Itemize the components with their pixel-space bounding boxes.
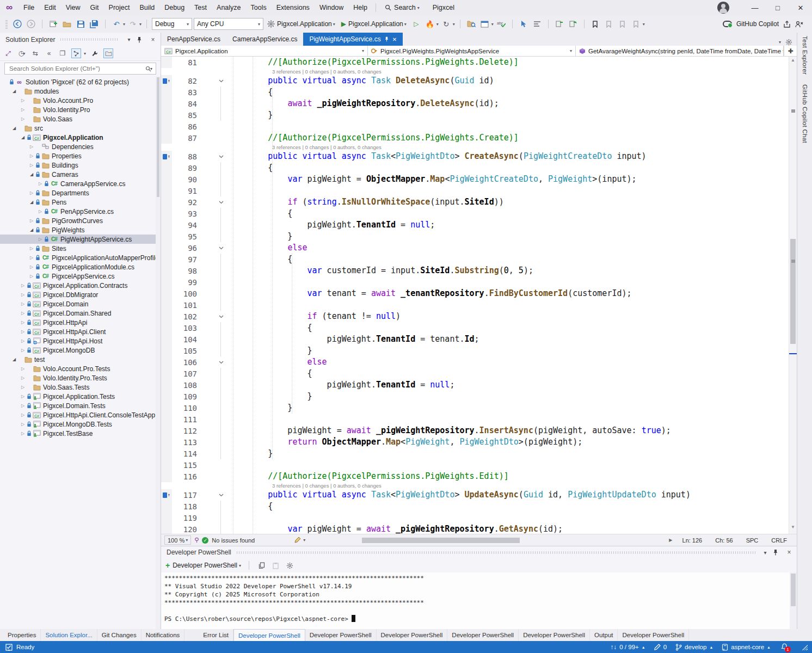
- code-line[interactable]: 105 }: [161, 345, 789, 356]
- collapse-arrow-icon[interactable]: ◢: [20, 135, 26, 140]
- column-indicator[interactable]: Ch: 56: [709, 537, 739, 544]
- menu-item-analyze[interactable]: Analyze: [212, 0, 245, 15]
- pin-icon[interactable]: [384, 36, 389, 42]
- tree-item[interactable]: ◢Cameras: [0, 170, 161, 179]
- expand-arrow-icon[interactable]: ▷: [28, 264, 35, 269]
- menu-item-window[interactable]: Window: [315, 0, 348, 15]
- pin-icon[interactable]: [137, 36, 145, 43]
- code-cleanup-icon[interactable]: [294, 537, 301, 544]
- launch-profile-select[interactable]: Pigxcel.Application▾: [265, 20, 337, 28]
- tree-item[interactable]: ▷C#Pigxcel.HttpApi.Client.ConsoleTestApp: [0, 410, 161, 420]
- menu-item-extensions[interactable]: Extensions: [272, 0, 315, 15]
- outline-margin[interactable]: [213, 334, 229, 345]
- tree-item[interactable]: ▷Volo.Identity.Pro: [0, 105, 161, 114]
- selection-margin[interactable]: [201, 151, 213, 162]
- user-avatar[interactable]: [717, 2, 729, 14]
- code-line[interactable]: 119: [161, 512, 789, 523]
- outline-margin[interactable]: [213, 162, 229, 174]
- tree-item[interactable]: ▷C#PigxcelApplicationModule.cs: [0, 262, 161, 272]
- github-copilot-label[interactable]: GitHub Copilot: [736, 20, 779, 28]
- tree-item[interactable]: ▷Volo.Account.Pro: [0, 96, 161, 105]
- share-icon[interactable]: [783, 21, 791, 28]
- issues-label[interactable]: No issues found: [212, 537, 255, 544]
- expand-arrow-icon[interactable]: ▷: [20, 116, 26, 121]
- outline-margin[interactable]: [213, 98, 229, 109]
- tab-options-gear-icon[interactable]: [785, 39, 792, 46]
- panel-tab[interactable]: Properties: [3, 629, 41, 641]
- expand-arrow-icon[interactable]: ▷: [20, 283, 26, 288]
- terminal-settings-gear-icon[interactable]: [285, 560, 295, 570]
- selection-margin[interactable]: [201, 254, 213, 265]
- selection-margin[interactable]: [201, 98, 213, 109]
- sync-status[interactable]: ↑↓ 0 / 99+ ▲: [611, 644, 645, 650]
- outline-margin[interactable]: [213, 512, 229, 523]
- menu-item-view[interactable]: View: [61, 0, 85, 15]
- selection-margin[interactable]: [201, 109, 213, 121]
- expand-arrow-icon[interactable]: ▷: [28, 163, 35, 168]
- tree-item[interactable]: ▷C#Pigxcel.Domain: [0, 299, 161, 309]
- preview-window-icon[interactable]: [479, 18, 491, 30]
- tree-item[interactable]: ▷Pigxcel.TestBase: [0, 429, 161, 438]
- codelens-indicator[interactable]: 3 references | 0 changes | 0 authors, 0 …: [161, 68, 789, 75]
- expand-arrow-icon[interactable]: ▷: [20, 403, 26, 408]
- selection-margin[interactable]: [201, 231, 213, 242]
- scroll-down-icon[interactable]: ▼: [789, 525, 797, 533]
- side-tab-github-copilot-chat[interactable]: GitHub Copilot Chat: [802, 84, 808, 143]
- git-branch-indicator[interactable]: develop ▲: [675, 644, 713, 651]
- outline-margin[interactable]: [213, 132, 229, 144]
- selection-margin[interactable]: [201, 489, 213, 501]
- outline-margin[interactable]: [213, 489, 229, 501]
- code-line[interactable]: ↑117 public virtual async Task<PigWeight…: [161, 489, 789, 501]
- selection-margin[interactable]: [201, 57, 213, 68]
- next-bookmark-icon[interactable]: [617, 18, 629, 30]
- collapse-arrow-icon[interactable]: ◢: [11, 357, 17, 362]
- code-line[interactable]: ↑88 public virtual async Task<PigWeightD…: [161, 151, 789, 162]
- outline-margin[interactable]: [213, 231, 229, 242]
- code-line[interactable]: 97 {: [161, 254, 789, 265]
- tree-item[interactable]: ▷PigGrowthCurves: [0, 216, 161, 225]
- feedback-icon[interactable]: [795, 21, 803, 28]
- tree-item[interactable]: ▷C#Pigxcel.HttpApi.Client: [0, 327, 161, 336]
- line-ending-indicator[interactable]: CRLF: [765, 537, 793, 544]
- expand-arrow-icon[interactable]: ▷: [20, 375, 26, 380]
- expand-arrow-icon[interactable]: ▷: [20, 301, 26, 306]
- code-line[interactable]: 106 else: [161, 356, 789, 368]
- code-line[interactable]: 109 }: [161, 391, 789, 402]
- panel-tab[interactable]: Error List: [199, 629, 233, 641]
- solution-search-box[interactable]: ▾: [4, 63, 156, 75]
- outline-margin[interactable]: [213, 288, 229, 299]
- resize-grip[interactable]: [801, 644, 808, 650]
- tree-item[interactable]: ◢test: [0, 355, 161, 364]
- selection-margin[interactable]: [201, 356, 213, 368]
- tree-item[interactable]: ▷Volo.Account.Pro.Tests: [0, 364, 161, 373]
- code-line[interactable]: 83 {: [161, 87, 789, 98]
- side-tab-test-explorer[interactable]: Test Explorer: [802, 36, 808, 75]
- outline-margin[interactable]: [213, 448, 229, 459]
- menu-item-tools[interactable]: Tools: [246, 0, 272, 15]
- outline-margin[interactable]: [213, 254, 229, 265]
- tree-item[interactable]: ▷C#Pigxcel.Domain.Shared: [0, 309, 161, 318]
- panel-tab[interactable]: Developer PowerShell: [618, 629, 689, 641]
- redo-icon[interactable]: ↷: [127, 18, 139, 30]
- selection-margin[interactable]: [201, 121, 213, 132]
- selection-margin[interactable]: [201, 174, 213, 185]
- code-line[interactable]: 114 }: [161, 448, 789, 459]
- code-line[interactable]: 81 //[Authorize(PigxcelPermissions.PigWe…: [161, 57, 789, 68]
- selection-margin[interactable]: [201, 185, 213, 196]
- toolbar-grip[interactable]: [5, 19, 8, 29]
- tree-item[interactable]: ◢C#Pigxcel.Application: [0, 133, 161, 142]
- tree-item[interactable]: ▷Volo.Saas: [0, 114, 161, 124]
- selection-margin[interactable]: [201, 345, 213, 356]
- format-document-icon[interactable]: [531, 18, 543, 30]
- tree-item[interactable]: ▷C#PigxcelApplicationAutoMapperProfile.c…: [0, 253, 161, 262]
- tab-list-chevron-icon[interactable]: ▾: [779, 40, 781, 45]
- paste-icon[interactable]: [271, 560, 281, 570]
- selection-margin[interactable]: [201, 288, 213, 299]
- selection-margin[interactable]: [201, 414, 213, 425]
- selection-margin[interactable]: [201, 299, 213, 311]
- zoom-select[interactable]: 100 %▾: [164, 535, 191, 545]
- outline-margin[interactable]: [213, 425, 229, 436]
- collapse-arrow-icon[interactable]: ◢: [28, 172, 35, 177]
- outline-margin[interactable]: [213, 219, 229, 231]
- outline-margin[interactable]: [213, 402, 229, 414]
